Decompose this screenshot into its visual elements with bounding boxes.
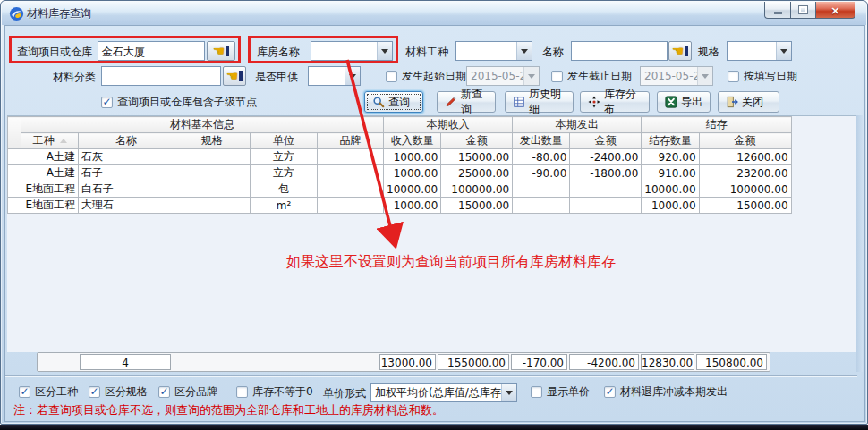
cell <box>570 198 642 214</box>
checkbox-checked-icon <box>89 386 100 398</box>
cell: 100000.00 <box>441 181 513 198</box>
by-fill-date-checkbox[interactable]: 按填写日期 <box>728 69 797 84</box>
dropdown-arrow-icon <box>776 42 791 60</box>
pen-icon <box>445 96 457 108</box>
category-input[interactable] <box>101 66 221 86</box>
query-button-label: 查询 <box>388 95 410 110</box>
stock-distribution-button[interactable]: 库存分布 <box>580 91 650 113</box>
search-icon <box>372 96 385 108</box>
col-bal-amt[interactable]: 金额 <box>699 133 791 149</box>
close-icon: × <box>830 4 840 16</box>
checkbox-checked-icon <box>101 97 113 108</box>
scrollbar-track[interactable] <box>856 115 863 372</box>
checkbox-icon <box>728 71 739 82</box>
cell <box>318 165 384 181</box>
summary-bal-amt: 150800.00 <box>696 354 767 370</box>
col-out-amt[interactable]: 金额 <box>570 133 642 149</box>
cell <box>318 149 384 165</box>
group-header-row: 材料基本信息 本期收入 本期发出 结存 <box>8 117 792 133</box>
title-bar[interactable]: 材料库存查询 × <box>2 2 866 25</box>
minimize-icon <box>774 12 782 14</box>
footer-note: 注：若查询项目或仓库不选，则查询的范围为全部仓库和工地上的库房材料总和数。 <box>13 402 444 418</box>
owner-supply-combobox[interactable] <box>308 66 361 86</box>
cell <box>513 198 570 214</box>
dropdown-arrow-icon <box>501 384 516 401</box>
hand-pointer-icon: ☚ <box>226 70 243 83</box>
table-row[interactable]: A土建 石灰 立方 1000.00 15000.00 -80.00 -2400.… <box>8 149 792 165</box>
summary-out-qty: -170.00 <box>511 354 567 370</box>
group-period-in: 本期收入 <box>384 117 513 133</box>
close-button[interactable]: × <box>816 2 855 19</box>
category-label: 材料分类 <box>53 70 96 85</box>
by-fill-date-label: 按填写日期 <box>744 69 797 84</box>
cell <box>318 198 384 214</box>
end-date-picker[interactable]: 2015-05-27 <box>640 66 713 86</box>
cell: E地面工程 <box>21 198 79 214</box>
desktop-edge <box>0 425 868 430</box>
hand-pointer-icon: ☚ <box>672 45 688 58</box>
distinguish-brand-checkbox[interactable]: 区分品牌 <box>158 384 217 400</box>
worktype-combobox[interactable] <box>455 41 532 61</box>
project-input[interactable]: 金石大厦 <box>98 41 205 61</box>
col-name[interactable]: 名称 <box>79 133 174 149</box>
col-out-qty[interactable]: 发出数量 <box>513 133 570 149</box>
table-row[interactable]: E地面工程 大理石 m² 1000.00 15000.00 1000.00 15… <box>8 198 792 214</box>
include-children-label: 查询项目或仓库包含子级节点 <box>117 95 257 110</box>
cell: E地面工程 <box>21 181 79 198</box>
close-form-button-label: 关闭 <box>742 95 763 110</box>
worktype-label: 材料工种 <box>405 45 448 60</box>
warehouse-combobox[interactable] <box>311 41 393 61</box>
close-form-button[interactable]: 关闭 <box>718 91 779 113</box>
hand-pointer-icon: ☚ <box>213 45 229 58</box>
col-worktype[interactable]: 工种 <box>21 133 79 149</box>
category-picker-button[interactable]: ☚ <box>223 66 246 86</box>
col-unit[interactable]: 单位 <box>251 133 318 149</box>
col-brand[interactable]: 品牌 <box>318 133 384 149</box>
annotation-text: 如果这里不设置则为查询当前项目所有库房材料库存 <box>286 253 616 272</box>
sort-asc-icon <box>60 139 67 143</box>
table-row[interactable]: A土建 石子 立方 1000.00 25000.00 -90.00 -1800.… <box>8 165 792 181</box>
summary-row-count: 4 <box>80 354 171 370</box>
screenshot-stage: 材料库存查询 × 查询项目或仓库 金石大厦 ☚ 库房名称 材料工种 名称 ☚ <box>0 0 868 430</box>
cell <box>174 149 251 165</box>
cell: -1800.00 <box>570 165 642 181</box>
excel-icon <box>665 96 677 108</box>
table-row[interactable]: E地面工程 白石子 包 10000.00 100000.00 10000.00 … <box>8 181 792 198</box>
distinguish-spec-checkbox[interactable]: 区分规格 <box>89 384 148 400</box>
row-header <box>8 149 21 165</box>
cell: -80.00 <box>513 149 570 165</box>
return-offset-label: 材料退库冲减本期发出 <box>620 384 728 400</box>
col-bal-qty[interactable]: 结存数量 <box>642 133 699 149</box>
start-date-picker[interactable]: 2015-05-27 <box>466 66 540 86</box>
col-in-amt[interactable]: 金额 <box>441 133 513 149</box>
end-date-checkbox[interactable]: 发生截止日期 <box>551 69 632 84</box>
restore-button[interactable] <box>790 2 816 19</box>
stock-nonzero-checkbox[interactable]: 库存不等于0 <box>236 384 313 400</box>
start-date-checkbox[interactable]: 发生起始日期 <box>386 69 466 84</box>
window-title: 材料库存查询 <box>27 6 91 21</box>
export-button[interactable]: 导出 <box>657 91 711 113</box>
checkbox-icon <box>531 386 542 398</box>
name-input[interactable] <box>571 41 668 61</box>
col-spec[interactable]: 规格 <box>174 133 251 149</box>
distinguish-brand-label: 区分品牌 <box>174 384 217 400</box>
summary-in-qty: 13000.00 <box>379 354 436 370</box>
history-detail-button[interactable]: 历史明细 <box>505 91 574 113</box>
row-header <box>8 181 21 198</box>
price-form-combobox[interactable]: 加权平均价(总库值/总库存量) <box>370 383 517 402</box>
include-children-checkbox[interactable]: 查询项目或仓库包含子级节点 <box>101 95 257 110</box>
col-in-qty[interactable]: 收入数量 <box>384 133 441 149</box>
minimize-button[interactable] <box>764 2 790 19</box>
return-offset-checkbox[interactable]: 材料退库冲减本期发出 <box>604 384 728 400</box>
name-picker-button[interactable]: ☚ <box>668 41 692 61</box>
query-button[interactable]: 查询 <box>364 91 423 113</box>
spec-combobox[interactable] <box>727 41 792 61</box>
cell: 10000.00 <box>642 181 699 198</box>
row-header <box>8 165 21 181</box>
table-icon <box>513 96 525 108</box>
cell: 包 <box>251 181 318 198</box>
new-query-button[interactable]: 新查询 <box>437 91 496 113</box>
project-picker-button[interactable]: ☚ <box>207 41 235 61</box>
show-unit-price-checkbox[interactable]: 显示单价 <box>531 384 590 400</box>
distinguish-worktype-checkbox[interactable]: 区分工种 <box>19 384 78 400</box>
